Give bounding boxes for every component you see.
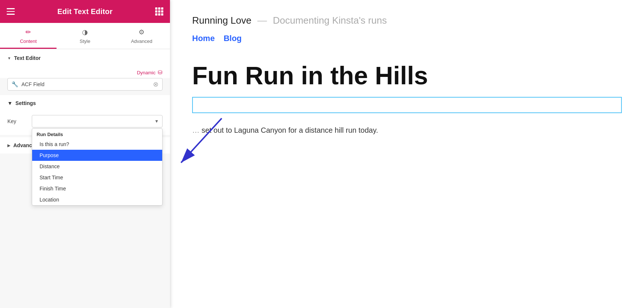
dropdown-item-purpose[interactable]: Purpose: [32, 150, 162, 161]
main-content: Running Love — Documenting Kinsta's runs…: [170, 0, 644, 308]
tab-advanced[interactable]: ⚙ Advanced: [113, 23, 170, 49]
key-row: Key ▼ Run Details Is this a run? Purpose…: [0, 111, 170, 135]
search-field-wrap: 🔧 ⊗: [7, 78, 163, 91]
dropdown-item-finish-time[interactable]: Finish Time: [32, 183, 162, 194]
sidebar-header: Edit Text Editor: [0, 0, 170, 23]
key-label: Key: [7, 118, 26, 124]
post-title: Fun Run in the Hills: [192, 62, 622, 89]
nav-blog[interactable]: Blog: [224, 34, 242, 43]
settings-section: ▼ Settings Key ▼ Run Details Is this a r…: [0, 95, 170, 135]
wrench-icon: 🔧: [11, 81, 18, 88]
settings-section-header[interactable]: ▼ Settings: [0, 95, 170, 111]
nav-home[interactable]: Home: [192, 34, 215, 43]
sidebar-tabs: ✏ Content ◑ Style ⚙ Advanced: [0, 23, 170, 49]
collapse-arrow: ▼: [7, 56, 11, 60]
text-field-outline[interactable]: [192, 97, 622, 113]
tab-content[interactable]: ✏ Content: [0, 23, 57, 49]
dynamic-row: Dynamic ⛁: [0, 66, 170, 78]
sidebar: Edit Text Editor ✏ Content ◑ Style ⚙ Adv…: [0, 0, 170, 308]
site-separator: —: [257, 15, 267, 26]
dropdown-item-distance[interactable]: Distance: [32, 161, 162, 172]
clear-icon[interactable]: ⊗: [153, 81, 159, 88]
key-select-wrap: ▼ Run Details Is this a run? Purpose Dis…: [32, 115, 163, 128]
site-title: Running Love: [192, 15, 251, 26]
style-icon: ◑: [82, 28, 88, 36]
tab-advanced-label: Advanced: [131, 38, 152, 44]
database-icon[interactable]: ⛁: [158, 69, 163, 76]
dropdown-item-is-this-a-run[interactable]: Is this a run?: [32, 139, 162, 150]
ellipsis-prefix: …: [192, 126, 200, 134]
tab-style[interactable]: ◑ Style: [57, 23, 113, 49]
gear-icon: ⚙: [139, 28, 144, 36]
dynamic-label[interactable]: Dynamic: [137, 70, 156, 75]
site-subtitle: Documenting Kinsta's runs: [273, 15, 386, 26]
dropdown-list: Run Details Is this a run? Purpose Dista…: [32, 128, 163, 206]
advanced-arrow: ▶: [7, 143, 10, 148]
post-excerpt-text: set out to Laguna Canyon for a distance …: [202, 126, 378, 134]
nav-links: Home Blog: [192, 34, 622, 43]
text-editor-section-header[interactable]: ▼ Text Editor: [0, 49, 170, 66]
settings-arrow: ▼: [7, 100, 13, 106]
sidebar-content: ▼ Text Editor Dynamic ⛁ 🔧 ⊗ ▼ Settings K…: [0, 49, 170, 308]
hamburger-icon[interactable]: [7, 8, 15, 15]
pencil-icon: ✏: [25, 28, 31, 36]
sidebar-title: Edit Text Editor: [57, 7, 113, 16]
dropdown-group-label: Run Details: [32, 129, 162, 139]
tab-content-label: Content: [20, 38, 37, 44]
grid-icon[interactable]: [155, 7, 163, 16]
tab-style-label: Style: [80, 38, 91, 44]
settings-label: Settings: [16, 100, 36, 106]
dropdown-item-start-time[interactable]: Start Time: [32, 172, 162, 183]
acf-field-input[interactable]: [21, 81, 153, 87]
site-header: Running Love — Documenting Kinsta's runs: [192, 15, 622, 26]
dropdown-item-location[interactable]: Location: [32, 194, 162, 205]
key-select[interactable]: [32, 115, 163, 128]
post-excerpt: … set out to Laguna Canyon for a distanc…: [192, 124, 622, 136]
text-editor-label: Text Editor: [14, 55, 41, 61]
